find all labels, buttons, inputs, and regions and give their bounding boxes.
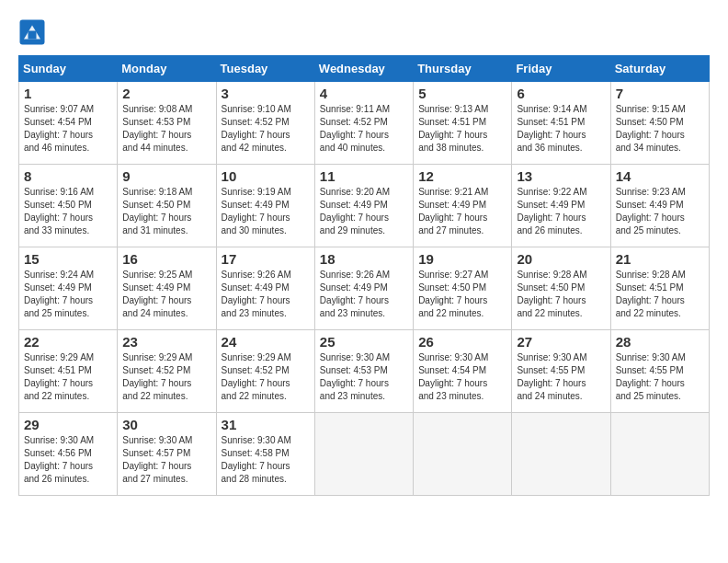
day-number: 20	[517, 251, 605, 267]
calendar-cell	[512, 413, 610, 496]
day-number: 16	[122, 251, 210, 267]
calendar-cell: 17Sunrise: 9:26 AM Sunset: 4:49 PM Dayli…	[216, 247, 314, 330]
header-thursday: Thursday	[414, 56, 512, 82]
calendar-cell: 7Sunrise: 9:15 AM Sunset: 4:50 PM Daylig…	[610, 82, 709, 165]
day-number: 29	[24, 417, 112, 432]
calendar-cell: 9Sunrise: 9:18 AM Sunset: 4:50 PM Daylig…	[118, 165, 216, 247]
calendar-cell: 20Sunrise: 9:28 AM Sunset: 4:50 PM Dayli…	[512, 247, 610, 330]
day-number: 8	[24, 168, 112, 184]
day-number: 14	[616, 168, 704, 184]
day-info: Sunrise: 9:11 AM Sunset: 4:52 PM Dayligh…	[320, 103, 408, 155]
calendar-cell: 2Sunrise: 9:08 AM Sunset: 4:53 PM Daylig…	[118, 82, 216, 165]
day-info: Sunrise: 9:26 AM Sunset: 4:49 PM Dayligh…	[222, 269, 310, 320]
day-info: Sunrise: 9:18 AM Sunset: 4:50 PM Dayligh…	[122, 186, 210, 237]
calendar-week-1: 1Sunrise: 9:07 AM Sunset: 4:54 PM Daylig…	[19, 82, 710, 165]
calendar-week-5: 29Sunrise: 9:30 AM Sunset: 4:56 PM Dayli…	[19, 413, 710, 496]
calendar-cell: 19Sunrise: 9:27 AM Sunset: 4:50 PM Dayli…	[414, 247, 512, 330]
calendar-cell: 26Sunrise: 9:30 AM Sunset: 4:54 PM Dayli…	[414, 330, 512, 413]
logo	[18, 18, 50, 46]
day-number: 19	[418, 251, 506, 267]
calendar-cell: 25Sunrise: 9:30 AM Sunset: 4:53 PM Dayli…	[314, 330, 413, 413]
day-info: Sunrise: 9:30 AM Sunset: 4:56 PM Dayligh…	[24, 434, 112, 486]
day-number: 4	[320, 86, 408, 101]
calendar-cell: 8Sunrise: 9:16 AM Sunset: 4:50 PM Daylig…	[19, 165, 118, 247]
day-number: 3	[222, 86, 310, 101]
day-number: 17	[222, 251, 310, 267]
calendar-cell: 24Sunrise: 9:29 AM Sunset: 4:52 PM Dayli…	[216, 330, 314, 413]
day-info: Sunrise: 9:30 AM Sunset: 4:55 PM Dayligh…	[517, 351, 605, 403]
calendar-cell: 6Sunrise: 9:14 AM Sunset: 4:51 PM Daylig…	[512, 82, 610, 165]
logo-icon	[18, 18, 46, 46]
day-number: 2	[122, 86, 210, 101]
header-wednesday: Wednesday	[314, 56, 413, 82]
header-row: SundayMondayTuesdayWednesdayThursdayFrid…	[19, 56, 710, 82]
calendar-cell: 28Sunrise: 9:30 AM Sunset: 4:55 PM Dayli…	[610, 330, 709, 413]
day-info: Sunrise: 9:28 AM Sunset: 4:50 PM Dayligh…	[517, 269, 605, 320]
day-info: Sunrise: 9:14 AM Sunset: 4:51 PM Dayligh…	[517, 103, 605, 155]
calendar-cell: 5Sunrise: 9:13 AM Sunset: 4:51 PM Daylig…	[414, 82, 512, 165]
day-info: Sunrise: 9:15 AM Sunset: 4:50 PM Dayligh…	[616, 103, 704, 155]
day-info: Sunrise: 9:22 AM Sunset: 4:49 PM Dayligh…	[517, 186, 605, 237]
day-number: 12	[418, 168, 506, 184]
day-number: 10	[222, 168, 310, 184]
day-info: Sunrise: 9:13 AM Sunset: 4:51 PM Dayligh…	[418, 103, 506, 155]
page-header	[18, 18, 710, 46]
day-info: Sunrise: 9:10 AM Sunset: 4:52 PM Dayligh…	[222, 103, 310, 155]
calendar-cell: 23Sunrise: 9:29 AM Sunset: 4:52 PM Dayli…	[118, 330, 216, 413]
day-number: 24	[222, 334, 310, 350]
day-info: Sunrise: 9:29 AM Sunset: 4:51 PM Dayligh…	[24, 351, 112, 403]
day-info: Sunrise: 9:20 AM Sunset: 4:49 PM Dayligh…	[320, 186, 408, 237]
day-number: 11	[320, 168, 408, 184]
day-number: 21	[616, 251, 704, 267]
day-info: Sunrise: 9:16 AM Sunset: 4:50 PM Dayligh…	[24, 186, 112, 237]
calendar-cell: 15Sunrise: 9:24 AM Sunset: 4:49 PM Dayli…	[19, 247, 118, 330]
calendar-cell	[414, 413, 512, 496]
day-info: Sunrise: 9:07 AM Sunset: 4:54 PM Dayligh…	[24, 103, 112, 155]
day-number: 9	[122, 168, 210, 184]
header-sunday: Sunday	[19, 56, 118, 82]
day-number: 27	[517, 334, 605, 350]
header-saturday: Saturday	[610, 56, 709, 82]
day-info: Sunrise: 9:29 AM Sunset: 4:52 PM Dayligh…	[222, 351, 310, 403]
calendar-cell: 18Sunrise: 9:26 AM Sunset: 4:49 PM Dayli…	[314, 247, 413, 330]
calendar-week-2: 8Sunrise: 9:16 AM Sunset: 4:50 PM Daylig…	[19, 165, 710, 247]
day-number: 5	[418, 86, 506, 101]
day-info: Sunrise: 9:29 AM Sunset: 4:52 PM Dayligh…	[122, 351, 210, 403]
calendar-cell: 30Sunrise: 9:30 AM Sunset: 4:57 PM Dayli…	[118, 413, 216, 496]
header-monday: Monday	[118, 56, 216, 82]
day-info: Sunrise: 9:27 AM Sunset: 4:50 PM Dayligh…	[418, 269, 506, 320]
day-number: 25	[320, 334, 408, 350]
day-info: Sunrise: 9:19 AM Sunset: 4:49 PM Dayligh…	[222, 186, 310, 237]
calendar-cell: 27Sunrise: 9:30 AM Sunset: 4:55 PM Dayli…	[512, 330, 610, 413]
calendar-cell: 21Sunrise: 9:28 AM Sunset: 4:51 PM Dayli…	[610, 247, 709, 330]
calendar-cell: 16Sunrise: 9:25 AM Sunset: 4:49 PM Dayli…	[118, 247, 216, 330]
calendar-week-3: 15Sunrise: 9:24 AM Sunset: 4:49 PM Dayli…	[19, 247, 710, 330]
day-info: Sunrise: 9:30 AM Sunset: 4:58 PM Dayligh…	[222, 434, 310, 486]
day-info: Sunrise: 9:23 AM Sunset: 4:49 PM Dayligh…	[616, 186, 704, 237]
calendar-cell: 12Sunrise: 9:21 AM Sunset: 4:49 PM Dayli…	[414, 165, 512, 247]
day-number: 23	[122, 334, 210, 350]
day-info: Sunrise: 9:30 AM Sunset: 4:55 PM Dayligh…	[616, 351, 704, 403]
calendar-cell: 1Sunrise: 9:07 AM Sunset: 4:54 PM Daylig…	[19, 82, 118, 165]
calendar-cell: 13Sunrise: 9:22 AM Sunset: 4:49 PM Dayli…	[512, 165, 610, 247]
day-number: 22	[24, 334, 112, 350]
calendar-cell: 31Sunrise: 9:30 AM Sunset: 4:58 PM Dayli…	[216, 413, 314, 496]
day-number: 7	[616, 86, 704, 101]
calendar-cell: 22Sunrise: 9:29 AM Sunset: 4:51 PM Dayli…	[19, 330, 118, 413]
calendar-cell	[314, 413, 413, 496]
day-number: 6	[517, 86, 605, 101]
day-info: Sunrise: 9:08 AM Sunset: 4:53 PM Dayligh…	[122, 103, 210, 155]
header-friday: Friday	[512, 56, 610, 82]
day-info: Sunrise: 9:26 AM Sunset: 4:49 PM Dayligh…	[320, 269, 408, 320]
day-info: Sunrise: 9:25 AM Sunset: 4:49 PM Dayligh…	[122, 269, 210, 320]
day-number: 1	[24, 86, 112, 101]
day-info: Sunrise: 9:24 AM Sunset: 4:49 PM Dayligh…	[24, 269, 112, 320]
calendar-cell: 4Sunrise: 9:11 AM Sunset: 4:52 PM Daylig…	[314, 82, 413, 165]
svg-rect-2	[28, 31, 37, 40]
calendar-cell: 14Sunrise: 9:23 AM Sunset: 4:49 PM Dayli…	[610, 165, 709, 247]
day-number: 26	[418, 334, 506, 350]
day-info: Sunrise: 9:30 AM Sunset: 4:54 PM Dayligh…	[418, 351, 506, 403]
calendar-cell	[610, 413, 709, 496]
calendar-week-4: 22Sunrise: 9:29 AM Sunset: 4:51 PM Dayli…	[19, 330, 710, 413]
day-info: Sunrise: 9:21 AM Sunset: 4:49 PM Dayligh…	[418, 186, 506, 237]
